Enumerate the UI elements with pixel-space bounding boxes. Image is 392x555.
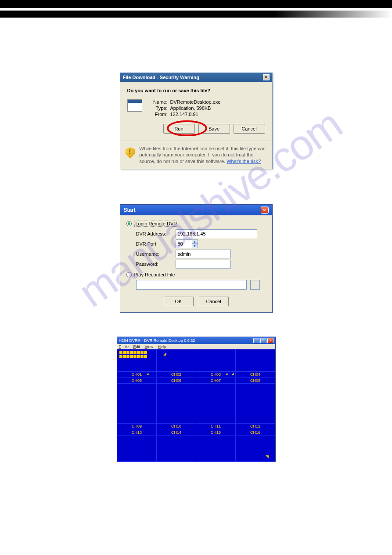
play-recorded-radio[interactable] [126,272,132,277]
ch-label: CH10 [157,423,196,429]
application-icon [127,99,142,112]
dialog-titlebar[interactable]: Start × [120,205,272,215]
ch-label: CH03◢◢ [196,371,236,377]
grid-cell[interactable] [157,435,196,462]
ch-label: CH11 [196,423,236,429]
from-value: 122.147.0.91 [170,112,198,117]
minimize-icon[interactable]: _ [253,338,259,343]
port-label: DVR Port: [136,241,176,247]
ch-label: CH06 [157,377,196,384]
menu-view[interactable]: View [145,345,153,349]
port-input[interactable] [176,239,192,248]
ch-label: CH16 [236,429,275,435]
type-label: Type: [148,105,168,111]
grid-cell[interactable] [157,384,196,423]
address-label: DVR Address: [136,231,176,236]
start-dialog: Start × Login Remote DVR DVR Address: DV… [120,204,273,313]
ch-label: CH13 [117,429,157,435]
username-input[interactable] [176,250,231,258]
gradient-bar [0,11,392,18]
speaker-icon: ◢ [146,372,148,376]
grid-cell-1[interactable] [117,349,157,371]
channel-grid[interactable]: ◢ CH01◢ CH02 CH03◢◢ CH04 CH05 CH06 CH07 … [117,349,275,462]
ch-label: CH07 [196,377,236,384]
password-input[interactable] [176,260,231,268]
grid-cell[interactable] [196,435,236,462]
type-value: Application, 598KB [170,105,211,111]
ch-label: CH05 [117,377,157,384]
address-input[interactable] [176,229,257,238]
password-label: Password: [136,261,176,267]
ch-label: CH04 [236,371,275,377]
close-icon[interactable]: × [267,338,273,343]
warning-text: While files from the Internet can be use… [140,145,267,164]
cancel-button[interactable]: Cancel [199,297,229,306]
ch-label: CH09 [117,423,157,429]
play-recorded-label: Play Recorded File [134,272,175,277]
dialog-titlebar[interactable]: File Download - Security Warning × [120,73,272,82]
port-spinner[interactable]: ▲▼ [192,239,198,248]
ch-label: CH14 [157,429,196,435]
dvr-remote-window: H264 DVR® - DVR Remote Desktop 0.9.32 _ … [117,337,276,462]
grid-cell[interactable] [117,384,157,423]
speaker-icon: ◢ [225,372,227,376]
download-question: Do you want to run or save this file? [127,88,265,93]
grid-cell-3[interactable] [196,349,236,371]
speaker-icon: ◢ [231,372,234,376]
file-download-dialog: File Download - Security Warning × Do yo… [120,73,273,169]
menu-edit[interactable]: Edit [133,345,140,349]
ch-label: CH15 [196,429,236,435]
grid-cell[interactable] [236,384,275,423]
menu-help[interactable]: Help [158,345,166,349]
menu-file[interactable]: File [119,345,129,349]
name-value: DVRemoteDesktop.exe [170,99,221,105]
browse-button[interactable] [250,280,260,290]
ch-label: CH02 [157,371,196,377]
dialog-title: Start [124,207,136,213]
from-label: From: [148,112,168,117]
grid-cell[interactable] [117,435,157,462]
menu-bar[interactable]: File Edit View Help [117,344,275,349]
shield-icon [126,147,135,159]
speaker-icon: ◢ [163,352,166,356]
ch-label: CH08 [236,377,275,384]
close-icon[interactable]: × [261,207,269,214]
ch-label: CH12 [236,423,275,429]
risk-link[interactable]: What's the risk? [227,159,261,164]
grid-cell[interactable] [196,384,236,423]
save-button[interactable]: Save [198,124,230,134]
run-button[interactable]: Run [163,124,195,134]
file-path-input[interactable] [136,280,247,290]
close-icon[interactable]: × [263,74,270,80]
ok-button[interactable]: OK [164,297,194,306]
plug-icon: ◥ [266,454,269,459]
grid-cell[interactable]: ◥ [236,435,275,462]
dialog-title: File Download - Security Warning [123,75,199,80]
grid-cell-2[interactable]: ◢ [157,349,196,371]
maximize-icon[interactable]: □ [260,338,266,343]
login-remote-radio[interactable] [126,221,132,226]
cancel-button[interactable]: Cancel [234,124,265,134]
window-title: H264 DVR® - DVR Remote Desktop 0.9.32 [119,338,195,343]
login-remote-label: Login Remote DVR [134,221,179,227]
username-label: Username: [136,251,176,257]
icon-row [119,355,147,358]
name-label: Name: [148,99,168,105]
grid-cell-4[interactable] [236,349,275,371]
window-titlebar[interactable]: H264 DVR® - DVR Remote Desktop 0.9.32 _ … [117,337,275,344]
top-black-bar [0,0,392,8]
icon-row [119,351,147,354]
ch-label: CH01◢ [117,371,157,377]
